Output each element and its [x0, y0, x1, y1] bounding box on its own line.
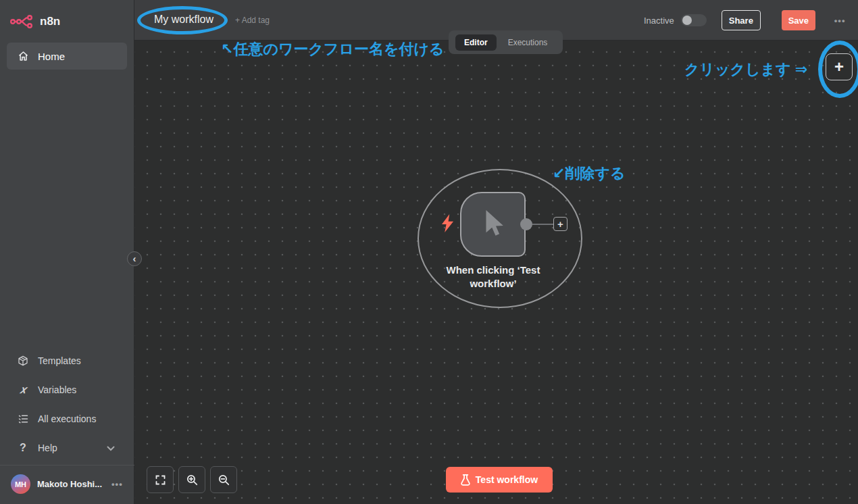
zoom-out-button[interactable]: [210, 466, 237, 493]
tab-executions[interactable]: Executions: [499, 34, 557, 51]
fit-view-icon: [155, 474, 166, 486]
sidebar-item-home[interactable]: Home: [7, 43, 127, 70]
sidebar-item-label: Templates: [38, 355, 81, 366]
user-more-icon[interactable]: •••: [111, 479, 123, 489]
zoom-to-fit-button[interactable]: [147, 466, 174, 493]
variable-x-icon: 𝑥: [17, 384, 29, 396]
node-label-line1: When clicking ‘Test: [426, 263, 561, 277]
trigger-node[interactable]: [460, 192, 526, 257]
status-label: Inactive: [644, 16, 674, 26]
execution-list-icon: [17, 413, 29, 424]
share-button[interactable]: Share: [722, 10, 761, 30]
view-tabs: Editor Executions: [449, 30, 563, 54]
sidebar-item-label: Home: [38, 51, 65, 62]
question-icon: ?: [17, 442, 29, 454]
avatar[interactable]: MH: [11, 474, 30, 494]
sidebar-collapse-button[interactable]: ‹: [127, 251, 142, 266]
toggle-knob: [682, 16, 692, 25]
node-label-line2: workflow’: [426, 277, 561, 291]
save-button[interactable]: Save: [782, 10, 815, 30]
test-workflow-label: Test workflow: [476, 474, 538, 485]
n8n-logo-icon: [10, 15, 34, 28]
trigger-bolt-icon: [442, 214, 454, 235]
sidebar-item-templates[interactable]: Templates: [7, 351, 127, 371]
zoom-out-icon: [218, 474, 230, 486]
app-logo[interactable]: n8n: [10, 15, 60, 28]
chevron-left-icon: ‹: [133, 253, 136, 264]
sidebar-item-label: Help: [38, 443, 57, 453]
workflow-title[interactable]: My workflow: [154, 14, 213, 26]
logo-text: n8n: [40, 15, 60, 28]
more-options-icon[interactable]: •••: [834, 16, 846, 26]
connector-line: [532, 224, 553, 225]
sidebar-item-label: Variables: [38, 384, 76, 395]
add-tag-button[interactable]: + Add tag: [235, 16, 270, 25]
sidebar: n8n Home Templates 𝑥 Variables All execu…: [0, 0, 134, 504]
node-output-handle[interactable]: [520, 218, 532, 230]
sidebar-item-label: All executions: [38, 413, 96, 424]
node-label: When clicking ‘Test workflow’: [426, 263, 561, 291]
flask-icon: [461, 474, 470, 486]
sidebar-item-all-executions[interactable]: All executions: [7, 409, 127, 429]
home-icon: [17, 51, 29, 61]
header-actions: Inactive Share Save •••: [644, 0, 845, 41]
add-node-button[interactable]: +: [826, 53, 853, 80]
zoom-in-button[interactable]: [178, 466, 205, 493]
sidebar-divider: [0, 465, 134, 465]
sidebar-item-help[interactable]: ? Help: [7, 438, 127, 458]
active-toggle[interactable]: [681, 14, 707, 26]
user-menu[interactable]: MH Makoto Hoshi... •••: [11, 474, 126, 494]
chevron-down-icon: [107, 443, 115, 453]
connector-add-button[interactable]: +: [553, 217, 567, 231]
sidebar-item-variables[interactable]: 𝑥 Variables: [7, 380, 127, 400]
cursor-icon: [479, 209, 507, 240]
test-workflow-button[interactable]: Test workflow: [446, 467, 553, 493]
zoom-in-icon: [186, 474, 199, 486]
user-name: Makoto Hoshi...: [37, 479, 102, 489]
package-icon: [17, 355, 29, 366]
tab-editor[interactable]: Editor: [455, 34, 497, 51]
